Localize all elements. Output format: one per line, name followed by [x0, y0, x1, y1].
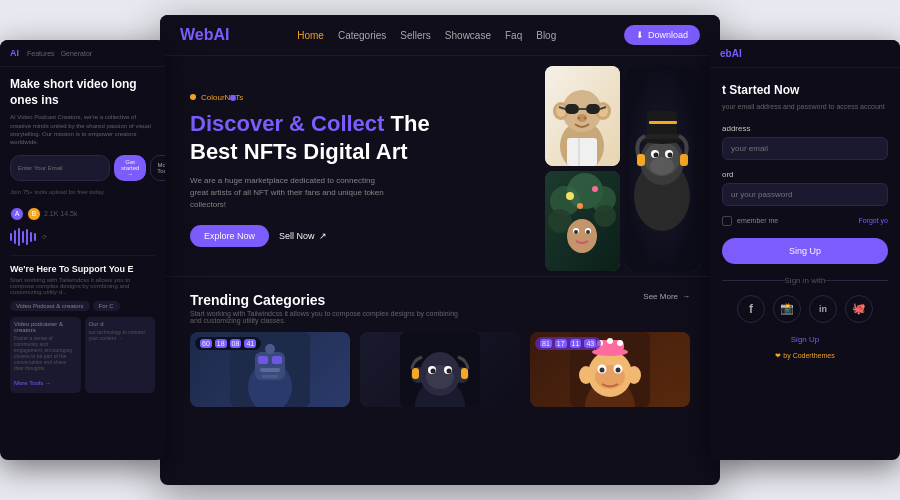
lp-card-0[interactable]: Video podcaster & creators Foster a sens… — [10, 317, 81, 393]
svg-point-29 — [584, 117, 587, 120]
nft-gorilla-hat — [625, 66, 700, 271]
rp-footer: ❤ by Coderthemes — [722, 352, 888, 360]
lp-nav-generator[interactable]: Generator — [61, 50, 93, 57]
lp-showcase-label: 2.1K 14.5k — [44, 210, 77, 217]
timer-sec: 41 — [244, 339, 256, 348]
svg-point-41 — [567, 219, 597, 253]
main-navbar: WebAI Home Categories Sellers Showcase F… — [160, 15, 720, 56]
download-label: Download — [648, 30, 688, 40]
svg-rect-22 — [565, 104, 579, 114]
nav-categories[interactable]: Categories — [338, 30, 386, 41]
svg-point-62 — [447, 369, 452, 374]
lp-tag-0: Video Podcast & creators — [10, 301, 90, 311]
svg-point-78 — [607, 338, 613, 344]
lp-divider-1 — [10, 255, 155, 256]
rp-facebook-button[interactable]: f — [737, 295, 765, 323]
nav-blog[interactable]: Blog — [536, 30, 556, 41]
lp-nav-features[interactable]: Features — [27, 50, 55, 57]
arrow-right-icon: → — [682, 292, 690, 301]
download-button[interactable]: ⬇ Download — [624, 25, 700, 45]
svg-point-61 — [431, 369, 436, 374]
rp-signin-link[interactable]: Sign Up — [722, 335, 888, 344]
lp-waveform: ⟳ — [10, 227, 155, 247]
trend-card-0[interactable]: 60 18 08 41 — [190, 332, 350, 407]
trend-card-2[interactable]: 81 17 11 43 — [530, 332, 690, 407]
main-logo: WebAI — [180, 26, 229, 44]
lp-input-row: Get started → More Tools — [10, 155, 155, 181]
trending-header: Trending Categories Start working with T… — [190, 292, 690, 324]
nav-showcase[interactable]: Showcase — [445, 30, 491, 41]
right-login-panel: ebAI t Started Now your email address an… — [710, 40, 900, 460]
trending-desc: Start working with Tailwindcss it allows… — [190, 310, 470, 324]
svg-point-4 — [650, 157, 674, 175]
lp-card-1[interactable]: Our d our technology to connect your con… — [85, 317, 156, 393]
nav-home[interactable]: Home — [297, 30, 324, 41]
svg-rect-52 — [262, 375, 278, 378]
lp-tag-1: For C — [93, 301, 120, 311]
trend-card-1[interactable] — [360, 332, 520, 407]
nft-floral-face — [545, 171, 620, 271]
rp-social-buttons: f 📸 in 🐙 — [722, 295, 888, 323]
rp-email-label: address — [722, 124, 888, 133]
rp-description: your email address and password to acces… — [722, 102, 888, 112]
main-nav-links: Home Categories Sellers Showcase Faq Blo… — [297, 30, 556, 41]
lp-support-cards: Video podcaster & creators Foster a sens… — [10, 317, 155, 393]
rp-forgot-password[interactable]: Forgot yo — [858, 217, 888, 224]
decorative-dot — [230, 95, 236, 101]
svg-rect-31 — [578, 138, 580, 166]
trending-section: Trending Categories Start working with T… — [160, 276, 720, 417]
svg-point-40 — [577, 203, 583, 209]
svg-point-8 — [668, 153, 673, 158]
trend-card-img-1 — [360, 332, 520, 407]
rp-footer-text: by Coderthemes — [783, 352, 834, 359]
rp-password-input[interactable] — [722, 183, 888, 206]
rp-signup-button[interactable]: Sing Up — [722, 238, 888, 264]
rp-instagram-button[interactable]: 📸 — [773, 295, 801, 323]
svg-rect-14 — [680, 154, 688, 166]
nav-faq[interactable]: Faq — [505, 30, 522, 41]
lp-more-tools-button[interactable]: More Tools — [150, 155, 165, 181]
timer-min2: 08 — [230, 339, 242, 348]
lp-email-input[interactable] — [10, 155, 110, 181]
lp-get-started-button[interactable]: Get started → — [114, 155, 146, 181]
rp-logo-text: eb — [720, 48, 732, 59]
lp-support-title: We're Here To Support You E — [10, 264, 155, 274]
lp-hero-title: Make short video long ones ins — [10, 77, 155, 108]
rp-remember-label: emember me — [737, 217, 778, 224]
badge-label: ColourNFTs — [201, 93, 243, 102]
rp-body: t Started Now your email address and pas… — [710, 68, 900, 375]
rp-logo: ebAI — [720, 48, 742, 59]
svg-point-44 — [574, 230, 578, 234]
rp-email-input[interactable] — [722, 137, 888, 160]
svg-point-28 — [578, 117, 581, 120]
nav-sellers[interactable]: Sellers — [400, 30, 431, 41]
svg-rect-54 — [268, 344, 272, 349]
download-icon: ⬇ — [636, 30, 644, 40]
svg-point-37 — [594, 205, 616, 227]
svg-rect-65 — [412, 368, 419, 379]
timer-min1: 18 — [215, 339, 227, 348]
explore-now-button[interactable]: Explore Now — [190, 225, 269, 247]
avatar-2: B — [27, 207, 41, 221]
svg-point-81 — [627, 366, 641, 384]
heart-icon: ❤ — [775, 352, 781, 359]
rp-linkedin-button[interactable]: in — [809, 295, 837, 323]
lp-stats: Join 75+ tools upload for free today — [10, 189, 155, 195]
rp-github-button[interactable]: 🐙 — [845, 295, 873, 323]
svg-rect-11 — [645, 134, 680, 139]
see-more-link[interactable]: See More → — [643, 292, 690, 301]
rp-remember-checkbox[interactable] — [722, 216, 732, 226]
svg-point-79 — [617, 340, 623, 346]
svg-rect-49 — [258, 356, 268, 364]
rp-logo-accent: AI — [732, 48, 742, 59]
nft-monkey-sunglasses — [545, 66, 620, 166]
sell-now-button[interactable]: Sell Now — [279, 231, 327, 241]
svg-point-7 — [654, 153, 659, 158]
trend-card-img-2: 81 17 11 43 — [530, 332, 690, 407]
logo-accent: AI — [213, 26, 229, 43]
rp-divider-text: Sign in with — [722, 276, 888, 285]
svg-rect-30 — [567, 138, 597, 166]
lp-card-0-more[interactable]: More Tools → — [14, 380, 51, 386]
see-more-label: See More — [643, 292, 678, 301]
svg-point-74 — [616, 368, 621, 373]
